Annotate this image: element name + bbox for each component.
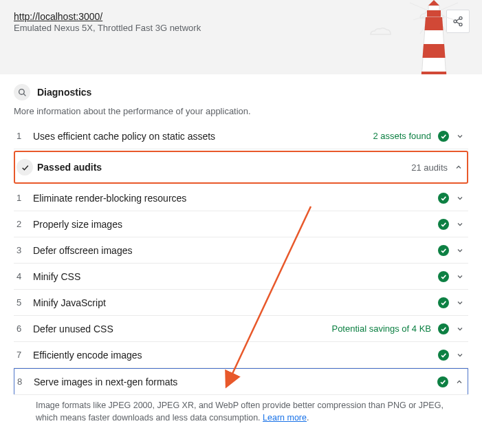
chevron-down-icon[interactable] bbox=[456, 351, 464, 359]
status-pass-icon bbox=[438, 350, 449, 361]
status-pass-icon bbox=[438, 245, 449, 256]
chevron-down-icon[interactable] bbox=[456, 299, 464, 307]
passed-audit-row[interactable]: 3Defer offscreen images bbox=[14, 237, 468, 264]
audit-detail-text: Image formats like JPEG 2000, JPEG XR, a… bbox=[36, 399, 461, 424]
diagnostics-row[interactable]: 1 Uses efficient cache policy on static … bbox=[14, 123, 468, 149]
row-number: 6 bbox=[14, 323, 33, 334]
row-label: Eliminate render-blocking resources bbox=[33, 193, 438, 204]
row-label: Properly size images bbox=[33, 219, 438, 230]
report-content: Diagnostics More information about the p… bbox=[0, 74, 482, 445]
svg-point-1 bbox=[454, 20, 457, 23]
diagnostics-header: Diagnostics bbox=[14, 84, 468, 100]
chevron-up-icon[interactable] bbox=[455, 378, 463, 386]
row-label: Uses efficient cache policy on static as… bbox=[33, 131, 373, 142]
svg-line-3 bbox=[457, 19, 460, 21]
status-pass-icon bbox=[438, 193, 449, 204]
status-pass-icon bbox=[438, 131, 449, 142]
passed-audits-header[interactable]: Passed audits 21 audits bbox=[14, 151, 468, 184]
row-number: 1 bbox=[14, 193, 33, 203]
status-pass-icon bbox=[438, 271, 449, 282]
row-label: Minify CSS bbox=[33, 271, 438, 282]
svg-point-14 bbox=[19, 89, 24, 94]
row-label: Minify JavaScript bbox=[33, 297, 438, 308]
passed-audit-row[interactable]: 4Minify CSS bbox=[14, 264, 468, 290]
diagnostics-desc: More information about the performance o… bbox=[14, 106, 468, 116]
chevron-down-icon[interactable] bbox=[456, 273, 464, 281]
passed-audit-row[interactable]: 8Serve images in next-gen formats bbox=[14, 368, 468, 394]
check-icon bbox=[17, 159, 33, 175]
svg-point-0 bbox=[459, 17, 462, 19]
row-number: 8 bbox=[14, 376, 34, 387]
share-icon bbox=[452, 16, 463, 27]
chevron-down-icon[interactable] bbox=[456, 132, 464, 140]
chevron-down-icon[interactable] bbox=[456, 194, 464, 202]
status-pass-icon bbox=[437, 376, 448, 387]
row-number: 4 bbox=[14, 271, 33, 281]
row-meta: Potential savings of 4 KB bbox=[331, 323, 431, 334]
status-pass-icon bbox=[438, 323, 449, 334]
row-label: Defer offscreen images bbox=[33, 245, 438, 256]
chevron-up-icon[interactable] bbox=[454, 163, 463, 171]
row-label: Efficiently encode images bbox=[33, 350, 438, 361]
row-number: 3 bbox=[14, 245, 33, 255]
row-label: Serve images in next-gen formats bbox=[34, 376, 437, 387]
svg-line-15 bbox=[23, 94, 25, 96]
status-pass-icon bbox=[438, 219, 449, 230]
passed-audits-list: 1Eliminate render-blocking resources2Pro… bbox=[14, 185, 468, 394]
passed-audit-row[interactable]: 1Eliminate render-blocking resources bbox=[14, 185, 468, 211]
diagnostics-title: Diagnostics bbox=[37, 87, 91, 98]
row-number: 1 bbox=[14, 131, 33, 141]
passed-audits-count: 21 audits bbox=[411, 162, 448, 173]
svg-rect-11 bbox=[428, 6, 439, 10]
passed-audits-title: Passed audits bbox=[37, 162, 411, 173]
row-meta: 2 assets found bbox=[373, 131, 431, 141]
svg-point-2 bbox=[459, 23, 462, 26]
passed-audit-row[interactable]: 2Properly size images bbox=[14, 211, 468, 237]
svg-line-4 bbox=[457, 22, 460, 24]
row-number: 2 bbox=[14, 219, 33, 229]
row-label: Defer unused CSS bbox=[33, 323, 331, 334]
status-pass-icon bbox=[438, 297, 449, 308]
learn-more-link[interactable]: Learn more bbox=[263, 413, 307, 423]
passed-audit-row[interactable]: 6Defer unused CSSPotential savings of 4 … bbox=[14, 316, 468, 342]
svg-marker-12 bbox=[428, 0, 439, 6]
search-icon bbox=[14, 84, 30, 100]
audit-detail: Image formats like JPEG 2000, JPEG XR, a… bbox=[14, 394, 468, 431]
share-button[interactable] bbox=[446, 10, 470, 33]
chevron-down-icon[interactable] bbox=[456, 246, 464, 255]
chevron-down-icon[interactable] bbox=[456, 220, 464, 228]
row-number: 7 bbox=[14, 350, 33, 360]
report-url[interactable]: http://localhost:3000/ bbox=[14, 11, 468, 22]
passed-audit-row[interactable]: 7Efficiently encode images bbox=[14, 342, 468, 368]
chevron-down-icon[interactable] bbox=[456, 325, 464, 333]
row-number: 5 bbox=[14, 297, 33, 308]
emulation-info: Emulated Nexus 5X, Throttled Fast 3G net… bbox=[14, 23, 468, 33]
report-header: http://localhost:3000/ Emulated Nexus 5X… bbox=[0, 0, 482, 74]
passed-audit-row[interactable]: 5Minify JavaScript bbox=[14, 290, 468, 316]
